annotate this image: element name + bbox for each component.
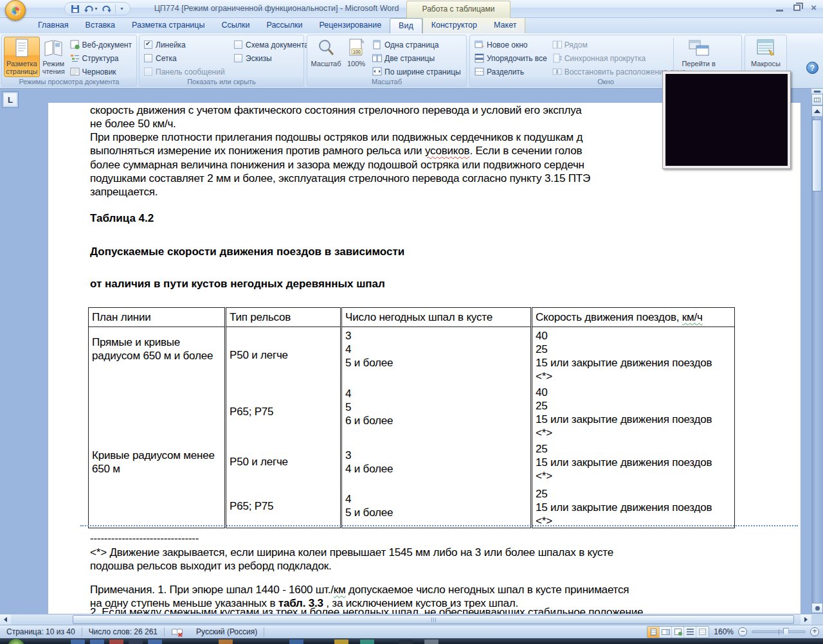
close-button[interactable]: × bbox=[811, 4, 817, 12]
select-browse-object-button[interactable] bbox=[811, 603, 823, 613]
doc-line: запрещается. bbox=[90, 186, 158, 199]
view-draft-button[interactable] bbox=[696, 627, 709, 638]
document-page[interactable]: скорость движения с учетом фактического … bbox=[48, 103, 800, 614]
cell-plan: Прямые и кривые радиусом 650 м и более bbox=[89, 327, 226, 384]
split-handle[interactable] bbox=[811, 89, 823, 94]
notes-line: Примечания. 1. При эпюре шпал 1440 - 160… bbox=[90, 584, 629, 596]
ruler-toggle-button[interactable] bbox=[811, 94, 823, 105]
zoom-level[interactable]: 160% bbox=[714, 627, 734, 636]
arrange-all-icon bbox=[475, 53, 484, 63]
gridlines-checkbox[interactable]: Сетка bbox=[144, 53, 224, 64]
view-print-layout-button[interactable] bbox=[647, 627, 660, 638]
sync-scroll-icon bbox=[552, 53, 562, 63]
tab-layout[interactable]: Макет bbox=[485, 18, 525, 33]
group-show-hide: Линейка Сетка Панель сообщений Схема док… bbox=[139, 35, 304, 87]
tab-stop-selector[interactable]: L bbox=[2, 91, 19, 108]
cell-rail: Р50 и легче bbox=[226, 440, 341, 484]
tab-page-layout[interactable]: Разметка страницы bbox=[123, 18, 213, 33]
ruler-checkbox[interactable]: Линейка bbox=[144, 39, 224, 50]
page-width-label: По ширине страницы bbox=[384, 67, 461, 76]
zoom-100-icon: 100 bbox=[347, 38, 365, 58]
outline-view-icon bbox=[70, 53, 80, 63]
help-button[interactable]: ? bbox=[806, 62, 818, 74]
thumbnails-checkbox[interactable]: Эскизы bbox=[234, 53, 309, 64]
start-button[interactable] bbox=[8, 639, 24, 644]
outline-view-button[interactable]: Структура bbox=[70, 53, 132, 64]
tab-references[interactable]: Ссылки bbox=[213, 18, 258, 33]
restore-button[interactable] bbox=[793, 4, 800, 11]
zoom-slider-thumb[interactable] bbox=[783, 628, 789, 636]
cell-plan: Кривые радиусом менее 650 м bbox=[89, 440, 226, 484]
zoom-in-button[interactable]: + bbox=[810, 627, 819, 636]
horizontal-scrollbar[interactable] bbox=[0, 614, 811, 625]
view-web-button[interactable] bbox=[672, 627, 684, 638]
tab-view[interactable]: Вид bbox=[390, 18, 422, 33]
save-button[interactable] bbox=[71, 3, 80, 14]
taskbar-app-icon[interactable] bbox=[289, 640, 303, 644]
outline-mini-icon bbox=[687, 629, 694, 635]
taskbar-app-icon[interactable] bbox=[399, 640, 413, 644]
tab-insert[interactable]: Вставка bbox=[77, 18, 123, 33]
zoom-out-button[interactable]: − bbox=[738, 627, 747, 636]
tab-review[interactable]: Рецензирование bbox=[311, 18, 390, 33]
vertical-scroll-thumb[interactable] bbox=[812, 120, 822, 192]
page-width-button[interactable]: По ширине страницы bbox=[372, 66, 461, 77]
view-reading-button[interactable] bbox=[660, 627, 672, 638]
web-layout-button[interactable]: Веб-документ bbox=[70, 39, 132, 50]
footnote-separator: ------------------------------- bbox=[90, 532, 199, 545]
reading-mode-button[interactable]: Режим чтения bbox=[40, 37, 68, 77]
gridlines-checkbox-box bbox=[144, 54, 152, 62]
taskbar-app-icon[interactable] bbox=[129, 640, 143, 644]
taskbar-app-icon[interactable] bbox=[219, 640, 233, 644]
horizontal-scroll-track[interactable] bbox=[11, 614, 800, 625]
horizontal-scroll-thumb[interactable] bbox=[73, 615, 794, 624]
word-count[interactable]: Число слов: 26 261 bbox=[82, 627, 164, 637]
tab-mailings[interactable]: Рассылки bbox=[258, 18, 311, 33]
taskbar-app-icon[interactable] bbox=[360, 640, 374, 644]
cell-speeds: 2515 или закрытие движения поездов <*> bbox=[532, 440, 735, 484]
split-button[interactable]: Разделить bbox=[475, 66, 547, 77]
new-window-button[interactable]: Новое окно bbox=[475, 39, 547, 50]
scroll-left-button[interactable] bbox=[0, 614, 11, 625]
web-mini-icon bbox=[674, 629, 682, 635]
title-bar: ▼ ▼ ЦП774 [Режим ограниченной функционал… bbox=[0, 0, 823, 18]
language-indicator[interactable]: Русский (Россия) bbox=[190, 627, 264, 637]
outline-view-label: Структура bbox=[82, 54, 119, 63]
thumbnails-label: Эскизы bbox=[246, 54, 272, 63]
taskbar-app-icon[interactable] bbox=[71, 640, 85, 644]
cell-plan bbox=[89, 383, 226, 440]
web-layout-icon bbox=[70, 40, 80, 49]
draft-view-button[interactable]: Черновик bbox=[70, 66, 132, 77]
taskbar-app-icon[interactable] bbox=[109, 640, 123, 644]
vertical-scrollbar[interactable] bbox=[811, 89, 823, 625]
office-logo-icon bbox=[11, 6, 21, 15]
scroll-right-button[interactable] bbox=[800, 614, 811, 625]
office-button[interactable] bbox=[5, 0, 26, 21]
zoom-100-button[interactable]: 100 100% bbox=[343, 37, 370, 77]
taskbar-app-icon[interactable] bbox=[424, 640, 439, 644]
print-layout-button[interactable]: Разметка страницы bbox=[4, 37, 40, 77]
one-page-button[interactable]: Одна страница bbox=[372, 39, 461, 50]
spellcheck-status[interactable] bbox=[165, 627, 190, 637]
misspelled-word: усовиков bbox=[425, 145, 470, 157]
minimize-button[interactable] bbox=[776, 10, 783, 12]
tab-design[interactable]: Конструктор bbox=[423, 18, 485, 33]
page-indicator[interactable]: Страница: 10 из 40 bbox=[0, 627, 82, 637]
zoom-button[interactable]: Масштаб bbox=[309, 37, 343, 77]
taskbar-app-icon[interactable] bbox=[148, 640, 162, 644]
gridlines-label: Сетка bbox=[156, 54, 177, 63]
tab-home[interactable]: Главная bbox=[30, 18, 77, 33]
document-map-checkbox[interactable]: Схема документа bbox=[234, 39, 309, 50]
arrange-all-label: Упорядочить все bbox=[487, 54, 547, 63]
scroll-up-button[interactable] bbox=[811, 105, 823, 117]
taskbar-app-icon[interactable] bbox=[90, 640, 104, 644]
taskbar-app-icon[interactable] bbox=[334, 640, 348, 644]
save-icon bbox=[71, 4, 80, 13]
view-outline-button[interactable] bbox=[684, 627, 696, 638]
side-by-side-label: Рядом bbox=[565, 40, 588, 49]
arrange-all-button[interactable]: Упорядочить все bbox=[475, 53, 547, 64]
two-pages-button[interactable]: Две страницы bbox=[372, 53, 461, 64]
zoom-slider[interactable] bbox=[752, 631, 806, 633]
thumbnails-checkbox-box bbox=[234, 54, 242, 62]
vertical-scroll-track[interactable] bbox=[811, 117, 823, 603]
